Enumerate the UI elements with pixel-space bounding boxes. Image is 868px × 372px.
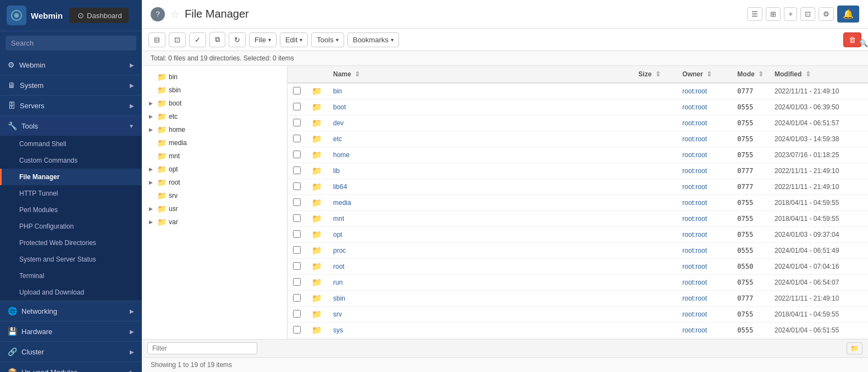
forward-button[interactable]: ⊡ — [169, 32, 186, 47]
row-name-link[interactable]: opt — [333, 231, 342, 238]
row-checkbox[interactable] — [293, 214, 301, 222]
tree-item[interactable]: ▶ 📁 var — [142, 215, 287, 229]
row-checkbox[interactable] — [293, 278, 301, 286]
star-icon[interactable]: ☆ — [170, 8, 179, 20]
row-checkbox[interactable] — [293, 166, 301, 174]
tree-expand-icon[interactable] — [146, 152, 155, 160]
tree-expand-icon[interactable] — [146, 138, 155, 147]
row-name-link[interactable]: etc — [333, 135, 342, 143]
sidebar-section-system-header[interactable]: 🖥 System ▶ — [0, 75, 142, 95]
row-name-link[interactable]: media — [333, 199, 351, 207]
tree-expand-icon[interactable] — [146, 73, 155, 81]
sidebar-section-networking-header[interactable]: 🌐 Networking ▶ — [0, 301, 142, 321]
sidebar-section-tools-header[interactable]: 🔧 Tools ▼ — [0, 116, 142, 136]
row-checkbox[interactable] — [293, 198, 301, 206]
sidebar-item-system-server-status[interactable]: System and Server Status — [0, 251, 142, 268]
row-name-link[interactable]: boot — [333, 103, 346, 111]
check-button[interactable]: ✓ — [189, 32, 206, 47]
sidebar-item-file-manager[interactable]: File Manager — [0, 169, 142, 185]
col-size-header[interactable]: Size ⇕ — [633, 66, 677, 83]
row-checkbox[interactable] — [293, 151, 301, 158]
row-checkbox[interactable] — [293, 294, 301, 302]
row-checkbox[interactable] — [293, 182, 301, 190]
tree-expand-icon[interactable]: ▶ — [146, 204, 155, 213]
tree-expand-icon[interactable]: ▶ — [146, 112, 155, 121]
sidebar-item-protected-web-dirs[interactable]: Protected Web Directories — [0, 235, 142, 251]
row-name-link[interactable]: home — [333, 151, 350, 159]
tree-item[interactable]: 📁 srv — [142, 189, 287, 202]
tree-item[interactable]: ▶ 📁 boot — [142, 97, 287, 110]
tree-item[interactable]: 📁 bin — [142, 70, 287, 84]
sidebar-item-php-configuration[interactable]: PHP Configuration — [0, 218, 142, 235]
tree-expand-icon[interactable]: ▶ — [146, 99, 155, 108]
copy-link-button[interactable]: ⧉ — [209, 32, 225, 47]
settings-button[interactable]: ⚙ — [819, 7, 834, 21]
help-button[interactable]: ? — [151, 7, 165, 21]
row-checkbox[interactable] — [293, 326, 301, 334]
resize-button[interactable]: ⊡ — [800, 7, 815, 21]
sidebar-item-terminal[interactable]: Terminal — [0, 268, 142, 284]
tree-expand-icon[interactable] — [146, 86, 155, 95]
file-menu-button[interactable]: File — [249, 32, 277, 47]
tree-expand-icon[interactable] — [146, 191, 155, 200]
tree-expand-icon[interactable]: ▶ — [146, 218, 155, 226]
dashboard-tab[interactable]: ⊙ Dashboard — [69, 8, 129, 23]
row-checkbox[interactable] — [293, 246, 301, 254]
columns-button[interactable]: ⊞ — [766, 7, 781, 21]
row-name-link[interactable]: run — [333, 279, 342, 286]
sidebar-section-servers-header[interactable]: 🗄 Servers ▶ — [0, 96, 142, 115]
row-name-link[interactable]: lib64 — [333, 183, 347, 191]
tree-expand-icon[interactable]: ▶ — [146, 165, 155, 174]
search-input[interactable] — [5, 36, 136, 51]
edit-menu-button[interactable]: Edit — [280, 32, 308, 47]
add-button[interactable]: + — [784, 7, 797, 21]
row-checkbox[interactable] — [293, 230, 301, 238]
sidebar-section-hardware-header[interactable]: 💾 Hardware ▶ — [0, 321, 142, 341]
row-name-link[interactable]: proc — [333, 247, 346, 254]
row-checkbox[interactable] — [293, 119, 301, 126]
col-owner-header[interactable]: Owner ⇕ — [677, 66, 732, 83]
row-name-link[interactable]: srv — [333, 310, 342, 318]
row-checkbox[interactable] — [293, 310, 301, 318]
back-button[interactable]: ⊟ — [148, 32, 165, 47]
filter-columns-button[interactable]: ☰ — [747, 7, 762, 21]
tools-menu-button[interactable]: Tools — [311, 32, 344, 47]
col-mode-header[interactable]: Mode ⇕ — [732, 66, 769, 83]
row-name-link[interactable]: lib — [333, 167, 340, 175]
filter-input[interactable] — [147, 342, 257, 354]
sidebar-section-cluster-header[interactable]: 🔗 Cluster ▶ — [0, 342, 142, 362]
tree-item[interactable]: ▶ 📁 home — [142, 123, 287, 136]
tree-item[interactable]: ▶ 📁 root — [142, 176, 287, 189]
notification-button[interactable]: 🔔 — [837, 5, 859, 23]
tree-expand-icon[interactable]: ▶ — [146, 125, 155, 134]
tree-item[interactable]: 📁 sbin — [142, 84, 287, 97]
col-modified-header[interactable]: Modified ⇕ — [769, 66, 868, 83]
row-checkbox[interactable] — [293, 87, 301, 95]
folder-view-button[interactable]: 📁 — [847, 342, 863, 354]
sidebar-item-custom-commands[interactable]: Custom Commands — [0, 152, 142, 169]
row-name-link[interactable]: root — [333, 263, 345, 270]
tree-item[interactable]: ▶ 📁 usr — [142, 202, 287, 215]
tree-item[interactable]: ▶ 📁 etc — [142, 110, 287, 123]
tree-item[interactable]: 📁 media — [142, 136, 287, 149]
row-name-link[interactable]: dev — [333, 119, 344, 127]
row-checkbox[interactable] — [293, 135, 301, 142]
sidebar-section-unused-modules-header[interactable]: 📦 Un-used Modules ▶ — [0, 362, 142, 372]
row-name-link[interactable]: bin — [333, 87, 342, 95]
sidebar-section-webmin-header[interactable]: ⚙ Webmin ▶ — [0, 55, 142, 75]
tree-item[interactable]: ▶ 📁 opt — [142, 163, 287, 176]
row-name-link[interactable]: sys — [333, 326, 343, 334]
sidebar-item-upload-download[interactable]: Upload and Download — [0, 284, 142, 301]
sidebar-item-perl-modules[interactable]: Perl Modules — [0, 202, 142, 218]
tree-expand-icon[interactable]: ▶ — [146, 178, 155, 187]
bookmarks-menu-button[interactable]: Bookmarks — [347, 32, 399, 47]
row-checkbox[interactable] — [293, 262, 301, 270]
row-name-link[interactable]: sbin — [333, 295, 345, 302]
col-name-header[interactable]: Name ⇕ — [328, 66, 633, 83]
refresh-button[interactable]: ↻ — [229, 32, 246, 47]
tree-item[interactable]: 📁 mnt — [142, 149, 287, 163]
row-checkbox[interactable] — [293, 103, 301, 110]
sidebar-item-http-tunnel[interactable]: HTTP Tunnel — [0, 185, 142, 202]
sidebar-item-command-shell[interactable]: Command Shell — [0, 136, 142, 152]
row-name-link[interactable]: mnt — [333, 215, 344, 223]
